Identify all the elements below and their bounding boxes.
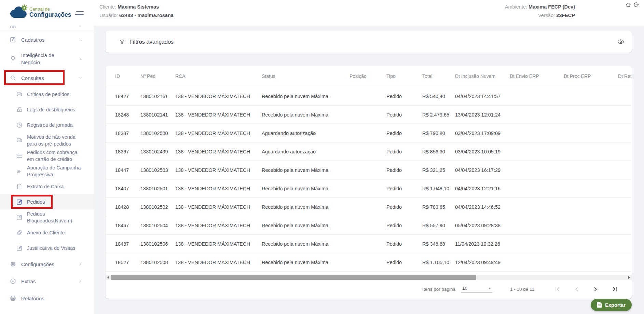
sidebar-nav: CadastrosInteligência de NegócioConsulta…	[0, 26, 94, 314]
table-row[interactable]: 182481380102141138 - VENDEDOR MÁXIMATECH…	[106, 106, 632, 124]
sidebar-item-cutoff[interactable]	[0, 26, 94, 31]
table-cell: R$ 1.048,10	[422, 186, 455, 191]
table-row[interactable]: 183671380102499138 - VENDEDOR MÁXIMATECH…	[106, 142, 632, 161]
page-size-select[interactable]: 10	[461, 286, 492, 292]
logout-icon[interactable]	[633, 2, 639, 8]
table-cell: 1380102504	[140, 223, 175, 228]
cliente-line: Cliente: Máxima Sistemas	[99, 4, 174, 10]
grid-icon	[10, 26, 16, 29]
table-cell: 11/04/2023 10:32:26	[455, 241, 510, 247]
sidebar-item-extras[interactable]: Extras	[0, 273, 94, 290]
horizontal-scrollbar[interactable]	[106, 275, 632, 280]
table-cell: 138 - VENDEDOR MÁXIMATECH	[175, 167, 262, 173]
column-header-posicao: Posição	[350, 73, 386, 79]
orders-table-card: IDNº PedRCAStatusPosiçãoTipoTotalDt Incl…	[106, 66, 632, 299]
caret-down-icon	[488, 287, 492, 291]
table-body: 184271380102161138 - VENDEDOR MÁXIMATECH…	[106, 87, 632, 272]
sidebar-subitem-motivos-de-nao-venda-para-os-pre-pedidos[interactable]: Motivos de não venda para os pré-pedidos	[0, 133, 94, 148]
table-row[interactable]: 184271380102161138 - VENDEDOR MÁXIMATECH…	[106, 87, 632, 106]
sidebar-menu: CadastrosInteligência de NegócioConsulta…	[0, 31, 94, 307]
sidebar-subitem-criticas-de-pedidos[interactable]: Críticas de pedidos	[0, 86, 94, 102]
chevron-right-icon	[78, 26, 82, 28]
table-cell: 138 - VENDEDOR MÁXIMATECH	[175, 260, 262, 265]
app-logo[interactable]: Central de Configurações	[8, 4, 71, 21]
session-client-info: Cliente: Máxima Sistemas Usuário: 63483 …	[99, 4, 174, 18]
column-header-dt-retorno-erp: Dt Retorno ERP	[618, 73, 632, 79]
table-cell: 138 - VENDEDOR MÁXIMATECH	[175, 241, 262, 247]
eye-icon[interactable]	[617, 38, 625, 45]
table-cell: Recebido pela nuvem Máxima	[262, 112, 350, 118]
table-row[interactable]: 184281380102502138 - VENDEDOR MÁXIMATECH…	[106, 198, 632, 216]
chevron-right-icon	[78, 57, 82, 61]
table-row[interactable]: 184871380102506138 - VENDEDOR MÁXIMATECH…	[106, 235, 632, 253]
waves-icon	[16, 168, 23, 175]
sidebar-item-configuracoes[interactable]: Configurações	[0, 256, 94, 273]
table-cell: Recebido pela nuvem Máxima	[262, 260, 350, 265]
sidebar-toggle-button[interactable]	[75, 10, 84, 16]
scroll-left-arrow[interactable]	[106, 275, 111, 280]
plus-circle-icon	[10, 278, 16, 285]
page-size-value: 10	[462, 286, 467, 291]
paperclip-icon	[16, 229, 23, 236]
sidebar-item-inteligencia-de-negocio[interactable]: Inteligência de Negócio	[0, 48, 94, 69]
table-row[interactable]: 184671380102504138 - VENDEDOR MÁXIMATECH…	[106, 216, 632, 235]
table-row[interactable]: 183871380102500138 - VENDEDOR MÁXIMATECH…	[106, 124, 632, 142]
table-cell: Recebido pela nuvem Máxima	[262, 94, 350, 99]
last-page-icon[interactable]	[612, 286, 618, 292]
sidebar-subitem-justificativa-de-visitas[interactable]: Justificativa de Visitas	[0, 240, 94, 256]
sidebar-subitem-apuracao-de-campanha-progressiva[interactable]: Apuração de Campanha Progressiva	[0, 163, 94, 179]
sidebar-item-cadastros[interactable]: Cadastros	[0, 31, 94, 48]
table-cell: 1380102501	[140, 186, 175, 191]
table-cell: 18407	[115, 186, 140, 191]
sidebar-subitem-logs-de-desbloqueios[interactable]: Logs de desbloqueios	[0, 102, 94, 117]
table-cell: Pedido	[386, 186, 422, 191]
export-button[interactable]: Exportar	[591, 299, 632, 311]
sidebar-subitem-pedidos[interactable]: Pedidos	[0, 194, 94, 209]
column-header-id: ID	[115, 73, 140, 79]
session-env-info: Ambiente: Maxima FECP (Dev) Versão: 23FE…	[505, 4, 575, 18]
table-cell: R$ 856,30	[422, 149, 455, 154]
table-cell: R$ 2.479,65	[422, 112, 455, 118]
filter-funnel-icon	[119, 39, 125, 45]
scrollbar-thumb[interactable]	[111, 275, 476, 280]
advanced-filters-panel[interactable]: Filtros avançados	[106, 31, 632, 53]
table-cell: Aguardando autorização	[262, 149, 350, 154]
sidebar-item-relatorios[interactable]: Relatórios	[0, 290, 94, 307]
edit-square-icon	[10, 36, 16, 43]
table-cell: 04/04/2023 12:21:16	[455, 186, 510, 191]
usuario-label: Usuário:	[99, 13, 118, 18]
table-cell: 18447	[115, 167, 140, 173]
sidebar-subitem-pedidos-com-cobranca-em-cartao-de-credito[interactable]: Pedidos com cobrança em cartão de crédit…	[0, 148, 94, 163]
column-header-n-ped: Nº Ped	[140, 73, 175, 79]
table-pagination: Itens por página 10 1 - 10 de 11	[106, 280, 632, 298]
column-header-dt-inclusao-nuvem: Dt Inclusão Nuvem	[455, 73, 510, 79]
sidebar-subitem-registros-de-jornada[interactable]: Registros de jornada	[0, 117, 94, 133]
ambiente-label: Ambiente:	[505, 4, 527, 10]
first-page-icon[interactable]	[554, 286, 561, 292]
chat-icon	[16, 137, 23, 144]
table-cell: 1380102508	[140, 260, 175, 265]
scroll-right-arrow[interactable]	[627, 275, 632, 280]
table-cell: Pedido	[386, 167, 422, 173]
table-row[interactable]: 184071380102501138 - VENDEDOR MÁXIMATECH…	[106, 179, 632, 198]
table-row[interactable]: 185271380102508138 - VENDEDOR MÁXIMATECH…	[106, 253, 632, 272]
sidebar-subitem-extrato-de-caixa[interactable]: Extrato de Caixa	[0, 179, 94, 194]
printer-icon	[10, 295, 16, 302]
home-icon[interactable]	[625, 2, 631, 8]
next-page-icon[interactable]	[592, 286, 599, 292]
gear-icon	[10, 261, 16, 268]
table-cell: 1380102503	[140, 167, 175, 173]
sidebar-item-consultas[interactable]: Consultas	[0, 69, 94, 86]
previous-page-icon[interactable]	[573, 286, 580, 292]
sidebar-subitem-anexo-de-cliente[interactable]: Anexo de Cliente	[0, 225, 94, 240]
column-header-status: Status	[262, 73, 350, 79]
sidebar-subitem-pedidos-bloqueados-nuvem[interactable]: Pedidos Bloqueados(Nuvem)	[0, 209, 94, 225]
versao-label: Versão:	[538, 13, 555, 18]
table-cell: 1380102506	[140, 241, 175, 247]
ambiente-value: Maxima FECP (Dev)	[529, 4, 575, 10]
table-cell: Pedido	[386, 112, 422, 118]
edit-square-icon	[16, 245, 23, 251]
table-row[interactable]: 184471380102503138 - VENDEDOR MÁXIMATECH…	[106, 161, 632, 179]
table-cell: 18367	[115, 149, 140, 154]
items-per-page-label: Itens por página	[422, 287, 455, 292]
